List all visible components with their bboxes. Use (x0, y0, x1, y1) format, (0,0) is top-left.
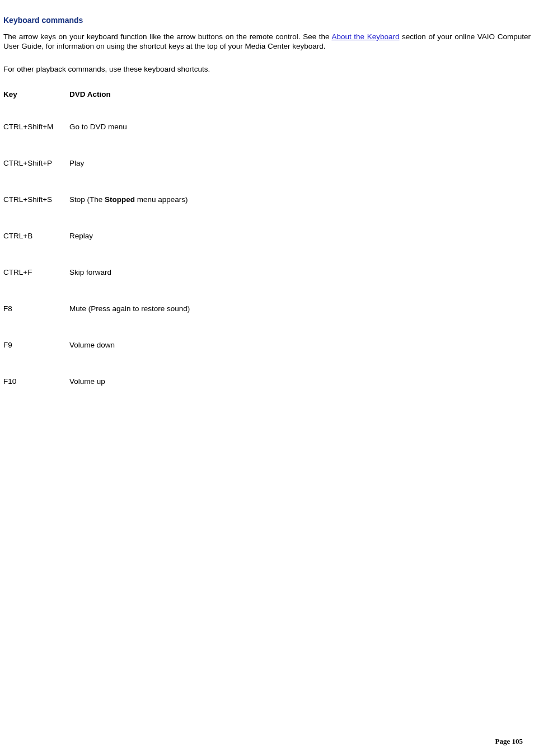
cell-action: Volume down (69, 327, 192, 363)
col-header-key: Key (3, 80, 69, 109)
page-number: Page 105 (495, 737, 523, 746)
cell-key: CTRL+Shift+M (3, 109, 69, 145)
table-row: F8 Mute (Press again to restore sound) (3, 290, 192, 327)
cell-key: CTRL+Shift+P (3, 145, 69, 181)
cell-key: F10 (3, 363, 69, 386)
shortcut-table: Key DVD Action CTRL+Shift+M Go to DVD me… (3, 80, 192, 386)
cell-key: F9 (3, 327, 69, 363)
cell-action: Mute (Press again to restore sound) (69, 290, 192, 327)
table-row: CTRL+B Replay (3, 218, 192, 254)
table-row: F9 Volume down (3, 327, 192, 363)
page-heading: Keyboard commands (3, 16, 531, 25)
action-pre: Stop (The (69, 195, 105, 204)
cell-key: F8 (3, 290, 69, 327)
action-post: menu appears) (135, 195, 188, 204)
cell-action: Play (69, 145, 192, 181)
table-row: CTRL+F Skip forward (3, 254, 192, 290)
cell-action: Skip forward (69, 254, 192, 290)
table-row: F10 Volume up (3, 363, 192, 386)
table-row: CTRL+Shift+M Go to DVD menu (3, 109, 192, 145)
cell-action: Replay (69, 218, 192, 254)
intro-text-1: The arrow keys on your keyboard function… (3, 32, 331, 41)
col-header-action: DVD Action (69, 80, 192, 109)
cell-action: Volume up (69, 363, 192, 386)
cell-key: CTRL+B (3, 218, 69, 254)
subtext-paragraph: For other playback commands, use these k… (3, 65, 531, 74)
table-row: CTRL+Shift+P Play (3, 145, 192, 181)
cell-key: CTRL+Shift+S (3, 181, 69, 218)
cell-action: Stop (The Stopped menu appears) (69, 181, 192, 218)
cell-key: CTRL+F (3, 254, 69, 290)
table-row: CTRL+Shift+S Stop (The Stopped menu appe… (3, 181, 192, 218)
intro-paragraph: The arrow keys on your keyboard function… (3, 32, 531, 51)
cell-action: Go to DVD menu (69, 109, 192, 145)
table-header-row: Key DVD Action (3, 80, 192, 109)
about-keyboard-link[interactable]: About the Keyboard (331, 32, 399, 41)
action-bold: Stopped (105, 195, 135, 204)
